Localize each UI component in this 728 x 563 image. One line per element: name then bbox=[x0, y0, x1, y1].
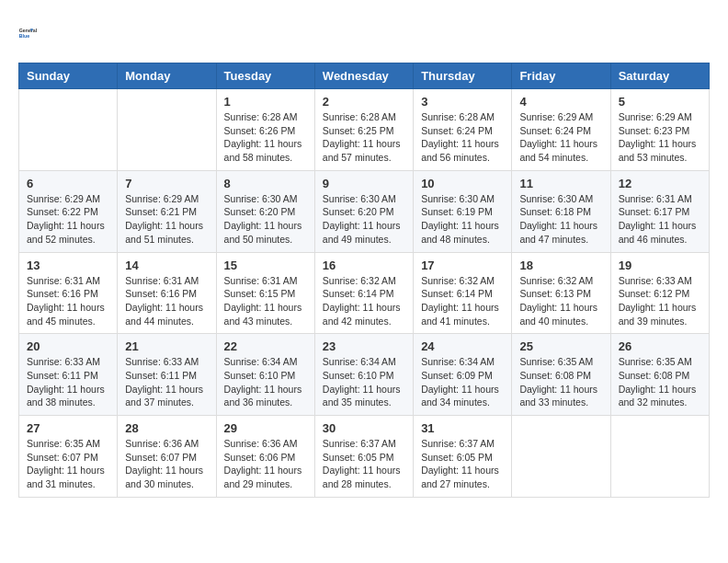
cell-content: Sunrise: 6:30 AMSunset: 6:18 PMDaylight:… bbox=[519, 192, 602, 247]
calendar-week-row: 20Sunrise: 6:33 AMSunset: 6:11 PMDayligh… bbox=[19, 334, 710, 416]
calendar-cell: 7Sunrise: 6:29 AMSunset: 6:21 PMDaylight… bbox=[118, 170, 216, 252]
calendar-week-row: 6Sunrise: 6:29 AMSunset: 6:22 PMDaylight… bbox=[19, 170, 710, 252]
day-number: 15 bbox=[224, 259, 307, 272]
cell-content: Sunrise: 6:31 AMSunset: 6:15 PMDaylight:… bbox=[224, 274, 307, 328]
calendar-cell: 19Sunrise: 6:33 AMSunset: 6:12 PMDayligh… bbox=[610, 252, 709, 334]
calendar-cell: 13Sunrise: 6:31 AMSunset: 6:16 PMDayligh… bbox=[19, 252, 118, 334]
day-number: 23 bbox=[323, 339, 405, 353]
calendar-cell: 29Sunrise: 6:36 AMSunset: 6:06 PMDayligh… bbox=[216, 416, 314, 498]
cell-content: Sunrise: 6:29 AMSunset: 6:23 PMDaylight:… bbox=[619, 110, 701, 165]
calendar-cell: 23Sunrise: 6:34 AMSunset: 6:10 PMDayligh… bbox=[314, 334, 413, 416]
calendar-cell: 27Sunrise: 6:35 AMSunset: 6:07 PMDayligh… bbox=[19, 416, 118, 498]
calendar-cell: 9Sunrise: 6:30 AMSunset: 6:20 PMDaylight… bbox=[314, 170, 413, 252]
calendar-cell: 18Sunrise: 6:32 AMSunset: 6:13 PMDayligh… bbox=[512, 252, 610, 334]
calendar-cell: 16Sunrise: 6:32 AMSunset: 6:14 PMDayligh… bbox=[314, 252, 413, 334]
cell-content: Sunrise: 6:33 AMSunset: 6:12 PMDaylight:… bbox=[619, 274, 701, 328]
cell-content: Sunrise: 6:31 AMSunset: 6:17 PMDaylight:… bbox=[619, 192, 701, 247]
day-number: 24 bbox=[421, 339, 504, 353]
calendar-table: SundayMondayTuesdayWednesdayThursdayFrid… bbox=[18, 63, 710, 498]
day-number: 30 bbox=[323, 421, 405, 435]
weekday-header: Friday bbox=[512, 63, 610, 89]
cell-content: Sunrise: 6:35 AMSunset: 6:08 PMDaylight:… bbox=[519, 355, 602, 409]
day-number: 27 bbox=[27, 421, 109, 435]
calendar-cell: 17Sunrise: 6:32 AMSunset: 6:14 PMDayligh… bbox=[414, 252, 512, 334]
weekday-header: Sunday bbox=[19, 63, 118, 89]
calendar-cell: 5Sunrise: 6:29 AMSunset: 6:23 PMDaylight… bbox=[610, 89, 709, 171]
weekday-header: Wednesday bbox=[314, 63, 413, 89]
day-number: 13 bbox=[27, 259, 109, 272]
day-number: 14 bbox=[125, 259, 208, 272]
weekday-header: Tuesday bbox=[216, 63, 314, 89]
day-number: 17 bbox=[421, 259, 504, 272]
day-number: 6 bbox=[27, 177, 109, 190]
calendar-cell: 30Sunrise: 6:37 AMSunset: 6:05 PMDayligh… bbox=[314, 416, 413, 498]
cell-content: Sunrise: 6:32 AMSunset: 6:14 PMDaylight:… bbox=[421, 274, 504, 328]
calendar-cell bbox=[610, 416, 709, 498]
calendar-cell bbox=[19, 89, 118, 171]
calendar-week-row: 1Sunrise: 6:28 AMSunset: 6:26 PMDaylight… bbox=[19, 89, 710, 171]
svg-text:General: General bbox=[19, 28, 38, 33]
calendar-week-row: 27Sunrise: 6:35 AMSunset: 6:07 PMDayligh… bbox=[19, 416, 710, 498]
cell-content: Sunrise: 6:37 AMSunset: 6:05 PMDaylight:… bbox=[421, 437, 504, 491]
day-number: 20 bbox=[27, 339, 109, 353]
weekday-header: Monday bbox=[118, 63, 216, 89]
day-number: 31 bbox=[421, 421, 504, 435]
cell-content: Sunrise: 6:35 AMSunset: 6:07 PMDaylight:… bbox=[27, 437, 109, 491]
weekday-header: Saturday bbox=[610, 63, 709, 89]
calendar-cell: 3Sunrise: 6:28 AMSunset: 6:24 PMDaylight… bbox=[414, 89, 512, 171]
cell-content: Sunrise: 6:34 AMSunset: 6:10 PMDaylight:… bbox=[224, 355, 307, 409]
day-number: 12 bbox=[619, 177, 701, 190]
weekday-header-row: SundayMondayTuesdayWednesdayThursdayFrid… bbox=[19, 63, 710, 89]
logo-icon: General Blue bbox=[18, 18, 48, 48]
calendar-cell: 1Sunrise: 6:28 AMSunset: 6:26 PMDaylight… bbox=[216, 89, 314, 171]
calendar-cell: 4Sunrise: 6:29 AMSunset: 6:24 PMDaylight… bbox=[512, 89, 610, 171]
cell-content: Sunrise: 6:30 AMSunset: 6:19 PMDaylight:… bbox=[421, 192, 504, 247]
cell-content: Sunrise: 6:37 AMSunset: 6:05 PMDaylight:… bbox=[323, 437, 405, 491]
calendar-week-row: 13Sunrise: 6:31 AMSunset: 6:16 PMDayligh… bbox=[19, 252, 710, 334]
day-number: 3 bbox=[421, 95, 504, 109]
calendar-cell bbox=[512, 416, 610, 498]
svg-text:Blue: Blue bbox=[19, 33, 29, 39]
cell-content: Sunrise: 6:30 AMSunset: 6:20 PMDaylight:… bbox=[323, 192, 405, 247]
day-number: 9 bbox=[323, 177, 405, 190]
cell-content: Sunrise: 6:33 AMSunset: 6:11 PMDaylight:… bbox=[27, 355, 109, 409]
cell-content: Sunrise: 6:28 AMSunset: 6:24 PMDaylight:… bbox=[421, 110, 504, 165]
day-number: 5 bbox=[619, 95, 701, 109]
day-number: 22 bbox=[224, 339, 307, 353]
calendar-cell: 2Sunrise: 6:28 AMSunset: 6:25 PMDaylight… bbox=[314, 89, 413, 171]
day-number: 10 bbox=[421, 177, 504, 190]
cell-content: Sunrise: 6:31 AMSunset: 6:16 PMDaylight:… bbox=[27, 274, 109, 328]
calendar-cell: 28Sunrise: 6:36 AMSunset: 6:07 PMDayligh… bbox=[118, 416, 216, 498]
cell-content: Sunrise: 6:32 AMSunset: 6:13 PMDaylight:… bbox=[519, 274, 602, 328]
day-number: 19 bbox=[619, 259, 701, 272]
cell-content: Sunrise: 6:29 AMSunset: 6:22 PMDaylight:… bbox=[27, 192, 109, 247]
calendar-cell: 12Sunrise: 6:31 AMSunset: 6:17 PMDayligh… bbox=[610, 170, 709, 252]
calendar-cell: 15Sunrise: 6:31 AMSunset: 6:15 PMDayligh… bbox=[216, 252, 314, 334]
page-header: General Blue bbox=[18, 18, 710, 48]
cell-content: Sunrise: 6:36 AMSunset: 6:07 PMDaylight:… bbox=[125, 437, 208, 491]
calendar-cell: 31Sunrise: 6:37 AMSunset: 6:05 PMDayligh… bbox=[414, 416, 512, 498]
cell-content: Sunrise: 6:34 AMSunset: 6:10 PMDaylight:… bbox=[323, 355, 405, 409]
calendar-cell: 8Sunrise: 6:30 AMSunset: 6:20 PMDaylight… bbox=[216, 170, 314, 252]
cell-content: Sunrise: 6:34 AMSunset: 6:09 PMDaylight:… bbox=[421, 355, 504, 409]
calendar-cell: 21Sunrise: 6:33 AMSunset: 6:11 PMDayligh… bbox=[118, 334, 216, 416]
calendar-cell bbox=[118, 89, 216, 171]
cell-content: Sunrise: 6:29 AMSunset: 6:21 PMDaylight:… bbox=[125, 192, 208, 247]
day-number: 11 bbox=[519, 177, 602, 190]
cell-content: Sunrise: 6:33 AMSunset: 6:11 PMDaylight:… bbox=[125, 355, 208, 409]
day-number: 2 bbox=[323, 95, 405, 109]
day-number: 26 bbox=[619, 339, 701, 353]
calendar-cell: 24Sunrise: 6:34 AMSunset: 6:09 PMDayligh… bbox=[414, 334, 512, 416]
day-number: 4 bbox=[519, 95, 602, 109]
calendar-cell: 26Sunrise: 6:35 AMSunset: 6:08 PMDayligh… bbox=[610, 334, 709, 416]
calendar-cell: 14Sunrise: 6:31 AMSunset: 6:16 PMDayligh… bbox=[118, 252, 216, 334]
cell-content: Sunrise: 6:32 AMSunset: 6:14 PMDaylight:… bbox=[323, 274, 405, 328]
calendar-cell: 20Sunrise: 6:33 AMSunset: 6:11 PMDayligh… bbox=[19, 334, 118, 416]
day-number: 29 bbox=[224, 421, 307, 435]
day-number: 18 bbox=[519, 259, 602, 272]
cell-content: Sunrise: 6:28 AMSunset: 6:25 PMDaylight:… bbox=[323, 110, 405, 165]
day-number: 21 bbox=[125, 339, 208, 353]
cell-content: Sunrise: 6:36 AMSunset: 6:06 PMDaylight:… bbox=[224, 437, 307, 491]
calendar-cell: 11Sunrise: 6:30 AMSunset: 6:18 PMDayligh… bbox=[512, 170, 610, 252]
weekday-header: Thursday bbox=[414, 63, 512, 89]
